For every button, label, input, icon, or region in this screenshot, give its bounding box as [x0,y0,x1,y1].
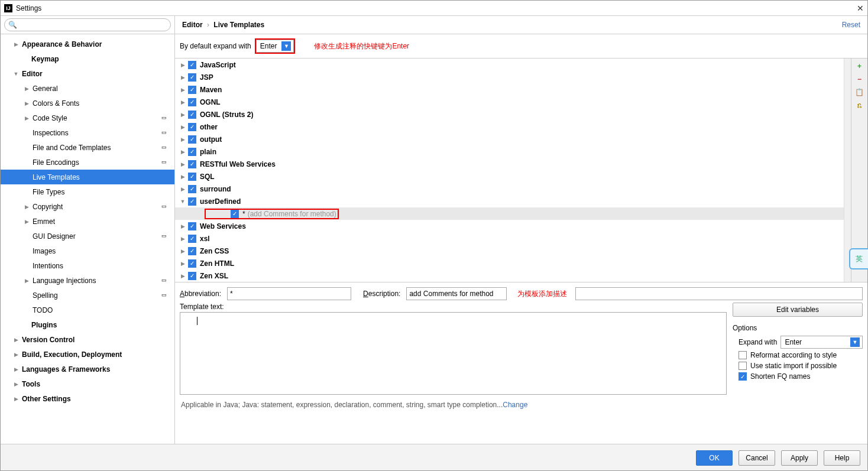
tree-item[interactable]: ▶✓JavaScript [175,59,844,71]
checkbox-shorten[interactable]: ✓ [739,372,747,381]
tree-item[interactable]: ▶✓Maven [175,83,844,96]
sidebar-item[interactable]: ▶Plugins [1,317,174,332]
copy-icon[interactable]: 📋 [856,88,864,96]
sidebar-item[interactable]: ▶Colors & Fonts [1,96,174,111]
tree-item[interactable]: ▶✓SQL [175,170,844,183]
tree-item[interactable]: ▶✓xsl [175,232,844,245]
checkbox-reformat[interactable] [739,351,747,359]
reformat-row[interactable]: Reformat according to style [739,351,863,359]
expand-dropdown[interactable]: Enter ▼ [256,40,294,53]
sidebar-item[interactable]: ▶File Types [1,184,174,199]
checkbox[interactable]: ✓ [188,272,196,280]
apply-button[interactable]: Apply [781,450,818,466]
tree-item-label: Zen XSL [200,272,228,280]
checkbox-static[interactable] [739,362,747,370]
edit-variables-button[interactable]: Edit variables [733,303,863,317]
change-link[interactable]: Change [503,401,527,409]
chevron-icon: ▶ [23,278,30,284]
sidebar-item[interactable]: ▶GUI Designer▭ [1,229,174,243]
sidebar-item[interactable]: ▶Inspections▭ [1,125,174,140]
description-input[interactable] [406,287,507,300]
close-icon[interactable]: ✕ [857,4,864,13]
sidebar-item[interactable]: ▶Images [1,243,174,258]
sidebar-item[interactable]: ▶General [1,81,174,96]
scope-icon: ▭ [161,115,169,122]
tree-item[interactable]: ✓*(add Comments for method) [175,207,844,220]
tree-item[interactable]: ▶✓Zen HTML [175,257,844,269]
add-icon[interactable]: + [856,62,864,70]
chevron-icon: ▶ [180,236,186,242]
tree-item[interactable]: ▶✓JSP [175,71,844,83]
checkbox[interactable]: ✓ [188,247,196,255]
checkbox[interactable]: ✓ [188,135,196,144]
tree-item[interactable]: ▼✓userDefined [175,195,844,207]
description-input-ext[interactable] [575,287,863,300]
sidebar-item[interactable]: ▶Version Control [1,332,174,347]
checkbox[interactable]: ✓ [188,123,196,131]
ime-indicator[interactable]: 英 [849,248,868,269]
tree-item[interactable]: ▶✓Zen XSL [175,269,844,282]
checkbox[interactable]: ✓ [188,259,196,268]
checkbox[interactable]: ✓ [188,148,196,156]
restore-icon[interactable]: ⎌ [856,101,864,109]
scrollbar[interactable] [844,59,851,282]
sidebar-item[interactable]: ▶Emmet [1,214,174,229]
sidebar-item[interactable]: ▶Tools [1,376,174,391]
template-text-input[interactable] [180,312,727,395]
tree-item[interactable]: ▶✓other [175,121,844,133]
tree-item[interactable]: ▶✓Zen CSS [175,245,844,257]
tree-item[interactable]: ▶✓output [175,133,844,145]
checkbox[interactable]: ✓ [188,86,196,94]
sidebar-item[interactable]: ▶Keymap [1,51,174,66]
sidebar-item[interactable]: ▶TODO [1,303,174,317]
sidebar-item[interactable]: ▶Other Settings [1,391,174,406]
cancel-button[interactable]: Cancel [739,450,775,466]
checkbox[interactable]: ✓ [188,61,196,69]
sidebar-item[interactable]: ▶Appearance & Behavior [1,37,174,51]
sidebar-item[interactable]: ▼Editor [1,66,174,81]
ok-button[interactable]: OK [696,450,733,466]
sidebar-item[interactable]: ▶Language Injections▭ [1,273,174,288]
checkbox[interactable]: ✓ [188,173,196,181]
sidebar-item[interactable]: ▶Copyright▭ [1,199,174,214]
remove-icon[interactable]: − [856,75,864,83]
sidebar-item[interactable]: ▶File Encodings▭ [1,155,174,170]
breadcrumb-editor[interactable]: Editor [182,21,203,29]
shorten-row[interactable]: ✓ Shorten FQ names [739,372,863,381]
checkbox[interactable]: ✓ [188,111,196,119]
sidebar-item-label: Languages & Frameworks [22,365,110,373]
sidebar-item[interactable]: ▶Live Templates [1,170,174,184]
help-button[interactable]: Help [824,450,860,466]
checkbox[interactable]: ✓ [188,98,196,106]
expand-with-dropdown[interactable]: Enter ▼ [780,336,863,349]
tree-item-label: OGNL (Struts 2) [200,111,253,119]
checkbox[interactable]: ✓ [188,197,196,206]
checkbox[interactable]: ✓ [188,235,196,243]
sidebar-item-label: Keymap [31,55,59,63]
tree-item[interactable]: ▶✓surround [175,183,844,195]
checkbox[interactable]: ✓ [188,185,196,193]
reset-link[interactable]: Reset [842,21,860,29]
sidebar-item[interactable]: ▶Build, Execution, Deployment [1,347,174,362]
scope-icon: ▭ [161,203,169,210]
chevron-icon: ▶ [23,115,30,121]
abbreviation-input[interactable] [227,287,351,300]
tree-item[interactable]: ▶✓RESTful Web Services [175,158,844,170]
checkbox[interactable]: ✓ [188,222,196,230]
tree-item[interactable]: ▶✓OGNL [175,96,844,108]
sidebar-item[interactable]: ▶Code Style▭ [1,111,174,125]
chevron-icon: ▶ [180,186,186,192]
sidebar-item[interactable]: ▶File and Code Templates▭ [1,140,174,155]
sidebar-item[interactable]: ▶Spelling▭ [1,288,174,303]
checkbox[interactable]: ✓ [188,73,196,82]
checkbox[interactable]: ✓ [231,210,239,218]
tree-item[interactable]: ▶✓OGNL (Struts 2) [175,108,844,121]
tree-item[interactable]: ▶✓plain [175,145,844,158]
sidebar-item-label: General [33,85,58,93]
search-input[interactable]: 🔍 [4,18,171,31]
sidebar-item[interactable]: ▶Languages & Frameworks [1,362,174,376]
checkbox[interactable]: ✓ [188,160,196,168]
sidebar-item[interactable]: ▶Intentions [1,258,174,273]
static-row[interactable]: Use static import if possible [739,362,863,370]
tree-item[interactable]: ▶✓Web Services [175,220,844,232]
